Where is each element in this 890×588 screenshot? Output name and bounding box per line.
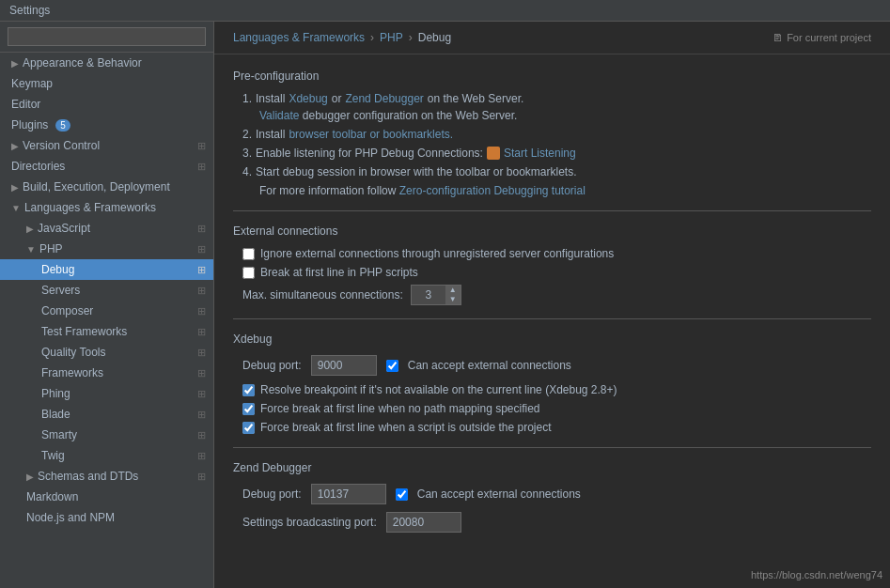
config-icon: ⊞ xyxy=(197,285,206,297)
sidebar-item-plugins[interactable]: Plugins 5 xyxy=(0,115,213,135)
sidebar-item-directories[interactable]: Directories ⊞ xyxy=(0,156,213,177)
sidebar-item-frameworks[interactable]: Frameworks ⊞ xyxy=(0,363,213,383)
sidebar-item-label: Node.js and NPM xyxy=(26,511,115,524)
sidebar-item-label: Editor xyxy=(11,98,40,111)
max-conn-label: Max. simultaneous connections: xyxy=(242,288,403,302)
validate-link[interactable]: Validate xyxy=(259,109,299,122)
sidebar-item-label: Directories xyxy=(11,160,65,173)
zend-port-input[interactable] xyxy=(311,484,386,504)
xdebug-section: Debug port: Can accept external connecti… xyxy=(233,355,871,434)
force-break-checkbox[interactable] xyxy=(242,403,255,415)
xdebug-accept-checkbox[interactable] xyxy=(386,360,398,372)
sidebar-item-smarty[interactable]: Smarty ⊞ xyxy=(0,425,213,445)
sidebar-item-label: Version Control xyxy=(23,139,100,152)
xdebug-title: Xdebug xyxy=(233,333,871,346)
sidebar-item-keymap[interactable]: Keymap xyxy=(0,73,213,94)
sidebar-item-phing[interactable]: Phing ⊞ xyxy=(0,383,213,404)
sidebar-item-php[interactable]: ▼ PHP ⊞ xyxy=(0,239,213,259)
sidebar-item-label: Appearance & Behavior xyxy=(23,56,142,70)
spinner-down-button[interactable]: ▼ xyxy=(445,295,461,304)
config-icon: ⊞ xyxy=(197,347,206,359)
sidebar-item-label: Markdown xyxy=(26,490,78,503)
config-icon: ⊞ xyxy=(197,450,206,462)
broadcast-input[interactable] xyxy=(386,512,461,533)
validate-rest: debugger configuration on the Web Server… xyxy=(303,109,518,122)
sidebar-item-languages-frameworks[interactable]: ▼ Languages & Frameworks xyxy=(0,197,213,218)
sidebar-item-label: Blade xyxy=(41,408,70,421)
more-info-line: For more information follow Zero-configu… xyxy=(242,184,871,197)
xdebug-port-row: Debug port: Can accept external connecti… xyxy=(233,355,871,376)
sidebar-item-debug[interactable]: Debug ⊞ xyxy=(0,259,213,280)
for-project-label: For current project xyxy=(787,32,871,43)
sidebar-item-servers[interactable]: Servers ⊞ xyxy=(0,280,213,301)
force-break-script-label: Force break at first line when a script … xyxy=(260,421,551,434)
force-break-row: Force break at first line when no path m… xyxy=(233,402,871,415)
zend-accept-checkbox[interactable] xyxy=(396,488,408,501)
expand-arrow: ▶ xyxy=(11,58,19,69)
config-icon: ⊞ xyxy=(197,140,206,152)
config-icon: ⊞ xyxy=(197,223,206,235)
sidebar-item-label: Twig xyxy=(41,449,65,462)
sidebar-item-markdown[interactable]: Markdown xyxy=(0,487,213,507)
break-first-line-row: Break at first line in PHP scripts xyxy=(233,266,871,279)
sidebar-item-quality-tools[interactable]: Quality Tools ⊞ xyxy=(0,342,213,363)
max-conn-row: Max. simultaneous connections: ▲ ▼ xyxy=(233,285,871,305)
breadcrumb-php[interactable]: PHP xyxy=(380,31,403,44)
expand-arrow: ▶ xyxy=(26,224,34,234)
divider-3 xyxy=(233,447,871,448)
max-conn-spinner: ▲ ▼ xyxy=(411,285,461,305)
zend-debugger-link[interactable]: Zend Debugger xyxy=(345,92,423,105)
zero-config-link[interactable]: Zero-configuration Debugging tutorial xyxy=(399,184,586,197)
config-icon: ⊞ xyxy=(197,305,206,317)
sidebar-item-label: JavaScript xyxy=(38,222,90,235)
sidebar-item-editor[interactable]: Editor xyxy=(0,94,213,115)
ignore-ext-row: Ignore external connections through unre… xyxy=(233,247,871,260)
expand-arrow: ▼ xyxy=(26,244,36,255)
spinner-up-button[interactable]: ▲ xyxy=(445,286,461,295)
divider-2 xyxy=(233,318,871,319)
title-bar: Settings xyxy=(0,0,890,22)
sidebar-item-appearance-behavior[interactable]: ▶ Appearance & Behavior xyxy=(0,53,213,73)
step-3-text: Enable listening for PHP Debug Connectio… xyxy=(256,147,483,160)
sidebar-item-nodejs-npm[interactable]: Node.js and NPM xyxy=(0,507,213,528)
force-break-script-row: Force break at first line when a script … xyxy=(233,421,871,434)
sidebar-item-label: Plugins xyxy=(11,118,48,132)
browser-toolbar-link[interactable]: browser toolbar or bookmarklets. xyxy=(289,128,453,141)
sidebar-item-javascript[interactable]: ▶ JavaScript ⊞ xyxy=(0,218,213,239)
xdebug-port-input[interactable] xyxy=(311,355,377,376)
force-break-script-checkbox[interactable] xyxy=(242,422,255,434)
sidebar-item-blade[interactable]: Blade ⊞ xyxy=(0,404,213,425)
resolve-bp-checkbox[interactable] xyxy=(242,384,255,396)
zend-port-label: Debug port: xyxy=(242,487,302,501)
sidebar: ▶ Appearance & Behavior Keymap Editor Pl… xyxy=(0,22,214,588)
ignore-ext-label: Ignore external connections through unre… xyxy=(260,247,614,260)
xdebug-port-label: Debug port: xyxy=(242,359,302,372)
max-conn-input[interactable] xyxy=(412,286,445,303)
sidebar-item-build-exec-deploy[interactable]: ▶ Build, Execution, Deployment xyxy=(0,177,213,197)
force-break-label: Force break at first line when no path m… xyxy=(260,402,540,415)
breadcrumb-debug: Debug xyxy=(418,31,451,44)
config-icon: ⊞ xyxy=(197,264,206,276)
spinner-buttons: ▲ ▼ xyxy=(445,286,461,304)
step-2-text: Install xyxy=(256,128,285,141)
config-icon: ⊞ xyxy=(197,243,206,255)
sidebar-item-test-frameworks[interactable]: Test Frameworks ⊞ xyxy=(0,321,213,342)
ignore-ext-checkbox[interactable] xyxy=(242,248,255,260)
breadcrumb-languages[interactable]: Languages & Frameworks xyxy=(233,31,365,44)
sidebar-item-schemas-dtds[interactable]: ▶ Schemas and DTDs ⊞ xyxy=(0,466,213,487)
xdebug-link[interactable]: Xdebug xyxy=(289,92,327,105)
config-icon: ⊞ xyxy=(197,388,206,400)
break-first-line-checkbox[interactable] xyxy=(242,267,255,279)
sidebar-item-twig[interactable]: Twig ⊞ xyxy=(0,445,213,466)
zend-title: Zend Debugger xyxy=(233,461,871,474)
sidebar-item-label: Servers xyxy=(41,284,80,297)
expand-arrow: ▶ xyxy=(11,141,19,151)
listening-icon xyxy=(487,147,500,160)
resolve-bp-row: Resolve breakpoint if it's not available… xyxy=(233,383,871,396)
search-input[interactable] xyxy=(8,27,206,46)
sidebar-item-composer[interactable]: Composer ⊞ xyxy=(0,301,213,321)
sidebar-item-label: Languages & Frameworks xyxy=(24,201,156,214)
breadcrumb-sep1: › xyxy=(370,31,374,44)
start-listening-link[interactable]: Start Listening xyxy=(504,147,576,160)
sidebar-item-version-control[interactable]: ▶ Version Control ⊞ xyxy=(0,135,213,156)
